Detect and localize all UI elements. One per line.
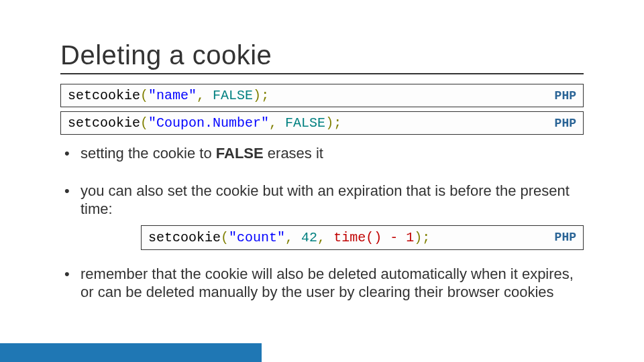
bullet-text: you can also set the cookie but with an …	[80, 182, 570, 218]
code-lang-label: PHP	[555, 230, 576, 245]
title-wrap: Deleting a cookie	[0, 0, 644, 74]
code-paren-open: (	[221, 230, 229, 245]
code-fn: setcookie	[148, 230, 221, 245]
code-line-2: setcookie("Coupon.Number", FALSE);	[68, 115, 341, 131]
slide-title: Deleting a cookie	[60, 40, 584, 70]
code-box-2: setcookie("Coupon.Number", FALSE); PHP	[60, 111, 584, 135]
code-space	[277, 115, 285, 131]
code-box-3: setcookie("count", 42, time() - 1); PHP	[141, 225, 584, 250]
code-space	[293, 230, 301, 245]
code-line-1: setcookie("name", FALSE);	[68, 88, 269, 103]
slide-body: setcookie("name", FALSE); PHP setcookie(…	[0, 74, 644, 302]
bullet-text: setting the cookie to	[80, 145, 216, 162]
code-arg1: "count"	[229, 230, 285, 245]
code-paren-close: )	[325, 115, 333, 131]
bullet-item-3: remember that the cookie will also be de…	[60, 265, 584, 302]
code-fn: setcookie	[68, 115, 140, 131]
bullet-text: remember that the cookie will also be de…	[80, 265, 574, 301]
code-line-3: setcookie("count", 42, time() - 1);	[148, 229, 430, 246]
code-comma: ,	[285, 230, 293, 245]
code-time: time()	[333, 230, 382, 245]
code-comma: ,	[197, 88, 205, 103]
code-false: FALSE	[285, 115, 325, 131]
bullet-text: erases it	[264, 145, 323, 162]
code-lang-label: PHP	[555, 89, 576, 103]
footer-bar	[0, 343, 262, 362]
code-semi: ;	[422, 230, 430, 245]
slide: Deleting a cookie setcookie("name", FALS…	[0, 0, 644, 362]
code-comma: ,	[317, 230, 325, 245]
code-paren-open: (	[140, 88, 148, 103]
code-fn: setcookie	[68, 88, 140, 103]
code-comma: ,	[269, 115, 277, 131]
code-space	[325, 230, 333, 245]
code-minus: -	[390, 230, 398, 245]
bullet-item-1: setting the cookie to FALSE erases it	[60, 144, 584, 163]
code-lang-label: PHP	[555, 117, 576, 130]
bullet-list: setting the cookie to FALSE erases it yo…	[60, 144, 584, 302]
code-box-1: setcookie("name", FALSE); PHP	[60, 84, 584, 107]
code-num: 42	[301, 230, 317, 245]
code-paren-close: )	[253, 88, 261, 103]
code-one: 1	[406, 230, 414, 245]
code-arg1: "name"	[148, 88, 197, 103]
code-semi: ;	[261, 88, 269, 103]
code-semi: ;	[333, 115, 341, 131]
code-space	[205, 88, 213, 103]
bullet-item-2: you can also set the cookie but with an …	[60, 182, 584, 250]
code-paren-close: )	[414, 230, 422, 245]
code-space	[398, 230, 406, 245]
code-paren-open: (	[140, 115, 148, 131]
code-arg1: "Coupon.Number"	[148, 115, 269, 131]
bullet-bold: FALSE	[216, 145, 264, 162]
code-space	[382, 230, 390, 245]
code-false: FALSE	[213, 88, 253, 103]
